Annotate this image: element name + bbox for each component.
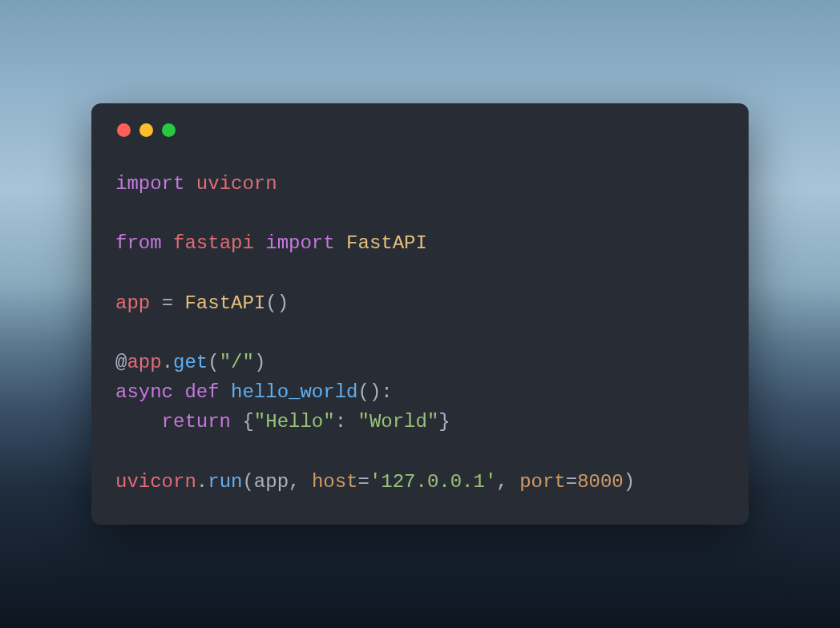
code-token: "Hello" bbox=[254, 411, 335, 433]
code-token: "/" bbox=[220, 352, 254, 373]
code-line: return {"Hello": "World"} bbox=[115, 407, 725, 437]
code-line bbox=[115, 259, 725, 288]
code-token: = bbox=[566, 471, 577, 493]
code-token bbox=[150, 292, 161, 314]
code-token: get bbox=[173, 352, 208, 373]
code-token: from bbox=[115, 232, 162, 254]
code-token: ( bbox=[242, 471, 253, 493]
code-token: FastAPI bbox=[346, 232, 427, 254]
code-token: app bbox=[115, 292, 150, 314]
code-token: = bbox=[162, 292, 173, 314]
code-token: app bbox=[127, 352, 161, 373]
code-line: app = FastAPI() bbox=[115, 288, 725, 318]
code-token: app, bbox=[254, 471, 312, 493]
code-editor[interactable]: import uvicorn from fastapi import FastA… bbox=[115, 169, 725, 497]
code-token bbox=[335, 232, 346, 254]
code-token: hello_world bbox=[231, 381, 357, 403]
code-token: ( bbox=[208, 352, 219, 373]
code-token: ) bbox=[624, 471, 635, 493]
code-token: host bbox=[312, 471, 358, 493]
code-token bbox=[115, 411, 162, 433]
code-token: = bbox=[357, 471, 369, 493]
minimize-icon[interactable] bbox=[139, 123, 153, 137]
code-token: return bbox=[162, 411, 231, 433]
code-line: uvicorn.run(app, host='127.0.0.1', port=… bbox=[115, 467, 725, 497]
code-token: port bbox=[519, 471, 566, 493]
code-token: "World" bbox=[357, 411, 438, 433]
code-token: '127.0.0.1' bbox=[370, 471, 496, 493]
code-line bbox=[115, 318, 725, 348]
code-token bbox=[254, 232, 265, 254]
code-token: () bbox=[265, 292, 289, 314]
code-token: @ bbox=[115, 352, 127, 373]
code-line bbox=[115, 437, 725, 467]
code-line: @app.get("/") bbox=[115, 348, 725, 377]
code-token: { bbox=[242, 411, 253, 433]
code-token: uvicorn bbox=[196, 173, 277, 195]
code-token: FastAPI bbox=[184, 292, 265, 314]
code-token bbox=[162, 232, 173, 254]
code-token: ) bbox=[254, 352, 265, 373]
code-token: , bbox=[496, 471, 519, 493]
code-token: 8000 bbox=[577, 471, 624, 493]
code-line: import uvicorn bbox=[115, 169, 725, 199]
code-token bbox=[173, 292, 184, 314]
code-token: (): bbox=[357, 381, 392, 403]
code-token: import bbox=[265, 232, 334, 254]
code-token: : bbox=[335, 411, 358, 433]
code-token: run bbox=[208, 471, 242, 493]
code-token bbox=[231, 411, 242, 433]
code-token: } bbox=[438, 411, 450, 433]
code-window: import uvicorn from fastapi import FastA… bbox=[91, 103, 749, 525]
code-line: from fastapi import FastAPI bbox=[115, 228, 725, 258]
code-token: fastapi bbox=[173, 232, 254, 254]
code-token bbox=[220, 381, 231, 403]
close-icon[interactable] bbox=[117, 123, 131, 137]
code-token: . bbox=[196, 471, 208, 493]
code-token: async bbox=[115, 381, 173, 403]
code-token bbox=[173, 381, 184, 403]
traffic-lights bbox=[117, 123, 725, 137]
code-line bbox=[115, 199, 725, 228]
maximize-icon[interactable] bbox=[162, 123, 176, 137]
code-token: uvicorn bbox=[115, 471, 196, 493]
code-line: async def hello_world(): bbox=[115, 377, 725, 407]
code-token: def bbox=[184, 381, 219, 403]
code-token: . bbox=[162, 352, 173, 373]
code-token bbox=[184, 173, 196, 195]
code-token: import bbox=[115, 173, 184, 195]
